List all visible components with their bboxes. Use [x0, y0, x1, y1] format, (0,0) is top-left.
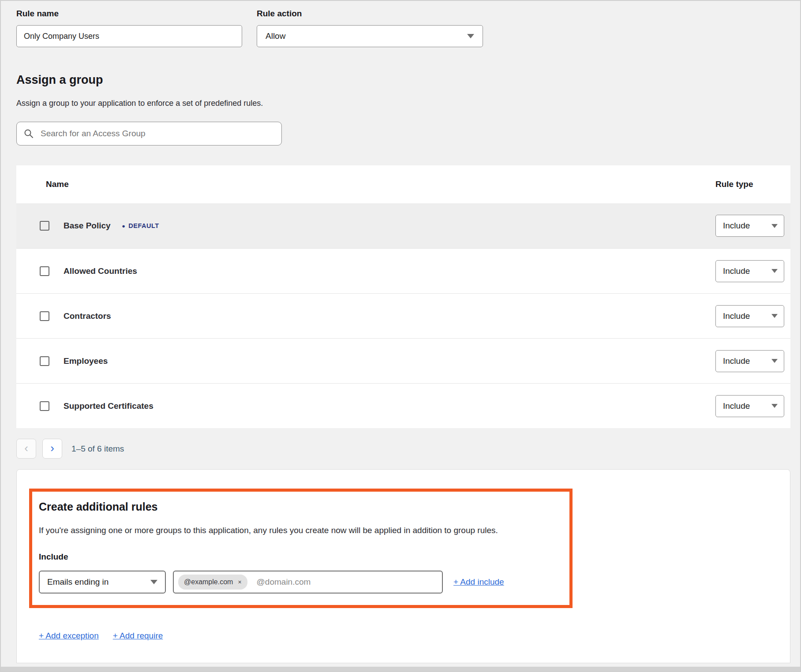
add-exception-link[interactable]: + Add exception [39, 631, 99, 641]
condition-value: Emails ending in [47, 577, 109, 587]
chevron-down-icon [771, 404, 778, 408]
chevron-down-icon [150, 580, 157, 584]
additional-rules-description: If you're assigning one or more groups t… [39, 526, 563, 535]
condition-select[interactable]: Emails ending in [39, 571, 166, 594]
chip-value: @example.com [184, 578, 233, 586]
assign-group-heading: Assign a group [16, 73, 789, 87]
assign-group-description: Assign a group to your application to en… [16, 99, 789, 108]
rule-form-row: Rule name Rule action Allow [16, 9, 789, 47]
group-table: Name Rule type Base Policy • DEFAULT Inc… [16, 165, 790, 428]
row-checkbox[interactable] [40, 221, 49, 231]
window-bottom-edge [1, 667, 800, 671]
badge-bullet-icon: • [122, 222, 125, 230]
group-table-body: Base Policy • DEFAULT Include Allowed Co… [16, 203, 790, 428]
row-checkbox[interactable] [40, 266, 49, 276]
add-include-link[interactable]: + Add include [453, 577, 504, 587]
chevron-down-icon [771, 269, 778, 273]
rule-type-value: Include [723, 221, 750, 231]
rule-type-value: Include [723, 311, 750, 321]
table-row: Employees Include [16, 338, 790, 383]
rule-type-cell: Include [715, 305, 790, 327]
name-column-header: Name [16, 179, 715, 189]
chevron-down-icon [467, 34, 474, 38]
rule-action-value: Allow [266, 31, 285, 41]
group-name: Employees [64, 356, 108, 366]
chevron-down-icon [771, 314, 778, 318]
pagination-status: 1–5 of 6 items [71, 444, 124, 454]
group-name: Allowed Countries [64, 266, 137, 276]
rule-type-cell: Include [715, 260, 790, 282]
search-input[interactable] [40, 128, 274, 139]
group-name: Supported Certificates [64, 401, 153, 411]
rule-action-field-group: Rule action Allow [257, 9, 483, 47]
previous-page-button[interactable]: ‹ [16, 439, 36, 459]
default-badge: • DEFAULT [122, 222, 159, 230]
rule-type-select[interactable]: Include [715, 350, 784, 372]
table-row: Base Policy • DEFAULT Include [16, 203, 790, 248]
rule-type-cell: Include [715, 395, 790, 417]
additional-rules-heading: Create additional rules [39, 500, 563, 513]
next-page-button[interactable]: › [42, 439, 62, 459]
group-name: Base Policy [64, 221, 111, 231]
rule-type-column-header: Rule type [715, 179, 790, 189]
row-checkbox[interactable] [40, 401, 49, 411]
highlighted-section: Create additional rules If you're assign… [29, 489, 573, 608]
rule-type-value: Include [723, 266, 750, 276]
email-domain-chip: @example.com × [178, 575, 247, 590]
include-rule-controls: Emails ending in @example.com × + Add in… [39, 571, 563, 594]
rule-type-cell: Include [715, 215, 790, 237]
rule-type-cell: Include [715, 350, 790, 372]
default-badge-text: DEFAULT [128, 222, 159, 229]
table-row: Supported Certificates Include [16, 383, 790, 428]
rule-type-value: Include [723, 401, 750, 411]
row-checkbox[interactable] [40, 311, 49, 321]
email-domain-field[interactable]: @example.com × [173, 571, 443, 594]
additional-rules-card: Create additional rules If you're assign… [16, 469, 790, 663]
remove-chip-icon[interactable]: × [238, 579, 241, 585]
rule-editor-page: Rule name Rule action Allow Assign a gro… [1, 1, 800, 663]
rule-type-select[interactable]: Include [715, 305, 784, 327]
rule-footer-links: + Add exception + Add require [39, 631, 790, 641]
rule-action-label: Rule action [257, 9, 483, 19]
chevron-down-icon [771, 224, 778, 228]
rule-name-label: Rule name [16, 9, 242, 19]
domain-input[interactable] [256, 577, 438, 587]
rule-action-select[interactable]: Allow [257, 25, 483, 47]
rule-type-select[interactable]: Include [715, 260, 784, 282]
chevron-down-icon [771, 359, 778, 363]
rule-name-field-group: Rule name [16, 9, 242, 47]
access-group-search[interactable] [16, 122, 282, 146]
rule-type-value: Include [723, 356, 750, 366]
group-table-header: Name Rule type [16, 165, 790, 203]
rule-type-select[interactable]: Include [715, 215, 784, 237]
row-checkbox[interactable] [40, 356, 49, 366]
group-name: Contractors [64, 311, 111, 321]
add-require-link[interactable]: + Add require [113, 631, 163, 641]
rule-name-input[interactable] [16, 25, 242, 47]
table-row: Contractors Include [16, 293, 790, 338]
include-label: Include [39, 552, 563, 562]
pagination: ‹ › 1–5 of 6 items [16, 439, 789, 459]
rule-type-select[interactable]: Include [715, 395, 784, 417]
table-row: Allowed Countries Include [16, 248, 790, 293]
search-icon [24, 129, 34, 138]
